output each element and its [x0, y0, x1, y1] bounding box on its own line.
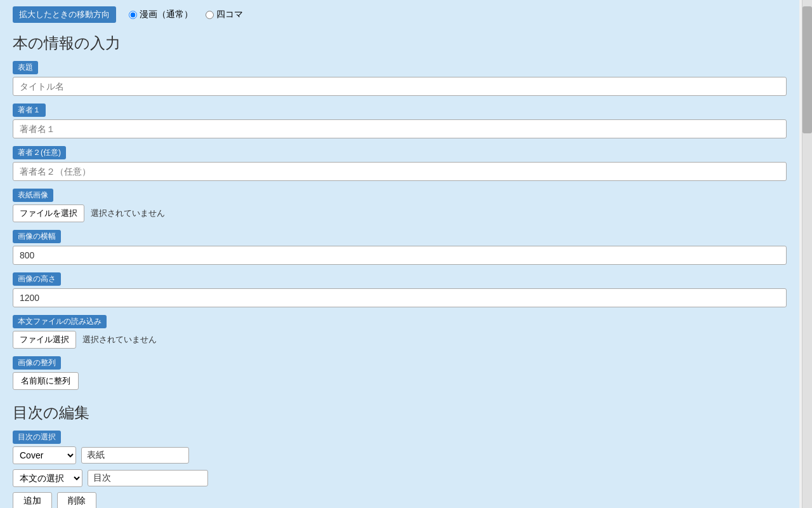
image-width-input[interactable] — [13, 246, 787, 265]
toc-body-select[interactable]: 本文の選択 — [13, 469, 82, 487]
radio-yonkoma-input[interactable] — [206, 11, 214, 19]
radio-manga-input[interactable] — [129, 11, 137, 19]
main-container: 拡大したときの移動方向 漫画（通常） 四コマ 本の情報の入力 表題 著者１ 著 — [0, 0, 799, 508]
body-file-button[interactable]: ファイル選択 — [13, 331, 76, 349]
toc-buttons: 追加 削除 — [13, 492, 787, 508]
image-sort-group: 画像の整列 名前順に整列 — [13, 356, 787, 390]
cover-image-label: 表紙画像 — [13, 189, 53, 202]
radio-manga-label: 漫画（通常） — [140, 9, 193, 20]
cover-image-no-file: 選択されていません — [91, 208, 165, 219]
body-file-label: 本文ファイルの読み込み — [13, 315, 107, 328]
cover-image-row: ファイルを選択 選択されていません — [13, 204, 787, 222]
top-bar: 拡大したときの移動方向 漫画（通常） 四コマ — [13, 6, 787, 23]
author2-input[interactable] — [13, 162, 787, 181]
author2-label: 著者２(任意) — [13, 146, 66, 159]
toc-title: 目次の編集 — [13, 403, 787, 423]
toc-row-1: Cover — [13, 446, 787, 464]
toc-row-2: 本文の選択 — [13, 469, 787, 487]
image-height-label: 画像の高さ — [13, 272, 61, 286]
toc-add-button[interactable]: 追加 — [13, 492, 52, 508]
toc-title-input[interactable] — [81, 447, 189, 464]
title-input[interactable] — [13, 77, 787, 96]
zoom-direction-button[interactable]: 拡大したときの移動方向 — [13, 6, 116, 23]
body-file-row: ファイル選択 選択されていません — [13, 331, 787, 349]
image-sort-button[interactable]: 名前順に整列 — [13, 372, 79, 390]
title-group: 表題 — [13, 61, 787, 96]
toc-group: 目次の選択 Cover 本文の選択 追加 削除 — [13, 431, 787, 508]
book-info-title: 本の情報の入力 — [13, 33, 787, 53]
scrollbar-thumb[interactable] — [802, 6, 812, 133]
toc-body-input[interactable] — [88, 470, 208, 486]
radio-yonkoma-label: 四コマ — [216, 9, 243, 20]
toc-type-select[interactable]: Cover — [13, 446, 76, 464]
toc-label: 目次の選択 — [13, 431, 61, 444]
body-file-group: 本文ファイルの読み込み ファイル選択 選択されていません — [13, 315, 787, 349]
image-sort-label: 画像の整列 — [13, 356, 61, 370]
image-width-group: 画像の横幅 — [13, 230, 787, 265]
image-height-group: 画像の高さ — [13, 272, 787, 307]
author1-group: 著者１ — [13, 104, 787, 138]
manga-type-radio-group: 漫画（通常） 四コマ — [129, 9, 243, 20]
radio-yonkoma[interactable]: 四コマ — [206, 9, 243, 20]
toc-delete-button[interactable]: 削除 — [57, 492, 96, 508]
image-width-label: 画像の横幅 — [13, 230, 61, 243]
radio-manga[interactable]: 漫画（通常） — [129, 9, 193, 20]
author2-group: 著者２(任意) — [13, 146, 787, 181]
title-label: 表題 — [13, 61, 38, 74]
image-height-input[interactable] — [13, 288, 787, 307]
scrollbar[interactable] — [802, 0, 812, 508]
author1-label: 著者１ — [13, 104, 46, 117]
cover-image-group: 表紙画像 ファイルを選択 選択されていません — [13, 189, 787, 222]
author1-input[interactable] — [13, 119, 787, 138]
cover-image-button[interactable]: ファイルを選択 — [13, 204, 84, 222]
body-file-no-file: 選択されていません — [82, 334, 157, 345]
